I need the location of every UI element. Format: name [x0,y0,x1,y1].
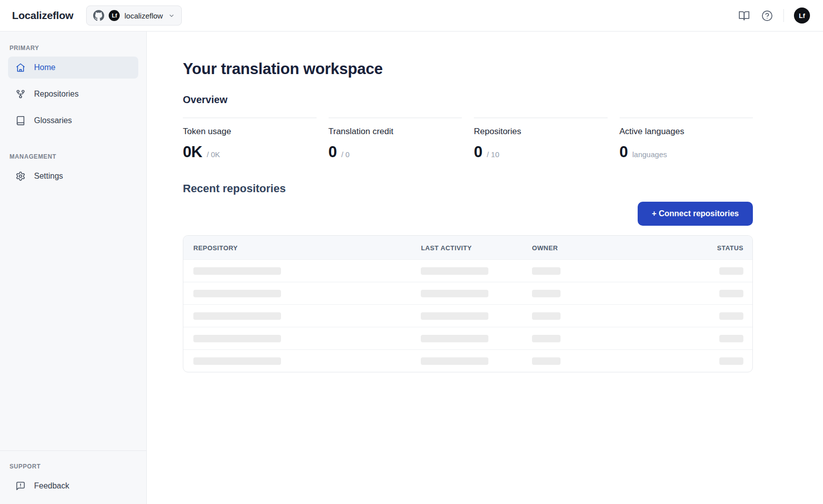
table-row [183,260,752,282]
stat-suffix: / 10 [487,150,499,159]
overview-heading: Overview [183,94,753,106]
stat-value: 0 [329,143,337,161]
table-row [183,350,752,372]
sidebar: PRIMARY Home Repositories Glossaries [0,32,147,504]
stat-label: Token usage [183,127,317,137]
skeleton-placeholder [193,290,281,297]
header-divider [783,9,784,22]
skeleton-placeholder [719,267,743,275]
skeleton-placeholder [193,312,281,320]
stat-value: 0K [183,143,202,161]
top-header: Localizeflow Lf localizeflow [0,0,823,32]
stat-suffix: / 0 [341,150,350,159]
sidebar-item-glossaries[interactable]: Glossaries [8,110,138,132]
stat-repositories: Repositories 0 / 10 [474,118,608,161]
skeleton-placeholder [532,267,561,275]
overview-stats: Token usage 0K / 0K Translation credit 0… [183,118,753,161]
brand-logo-text: Localizeflow [12,10,73,22]
skeleton-placeholder [719,312,743,320]
org-selector-label: localizeflow [124,12,163,20]
table-header-row: REPOSITORY LAST ACTIVITY OWNER STATUS [183,236,752,260]
column-header-status: STATUS [673,236,752,260]
stat-value: 0 [620,143,628,161]
stat-translation-credit: Translation credit 0 / 0 [329,118,462,161]
stat-label: Translation credit [329,127,462,137]
skeleton-placeholder [719,335,743,342]
help-circle-icon [761,10,773,22]
skeleton-placeholder [532,335,561,342]
skeleton-placeholder [421,290,488,297]
org-selector[interactable]: Lf localizeflow [86,6,182,26]
skeleton-placeholder [532,290,561,297]
sidebar-item-label: Glossaries [34,116,72,125]
stat-suffix: languages [632,150,667,159]
chevron-down-icon [168,13,175,19]
sidebar-item-home[interactable]: Home [8,57,138,79]
skeleton-placeholder [193,335,281,342]
sidebar-section-support: SUPPORT [10,463,137,470]
skeleton-placeholder [421,357,488,365]
skeleton-placeholder [421,312,488,320]
sidebar-item-label: Repositories [34,90,79,99]
skeleton-placeholder [719,357,743,365]
sidebar-footer-divider [0,450,146,451]
stat-value: 0 [474,143,482,161]
skeleton-placeholder [421,267,488,275]
skeleton-placeholder [532,312,561,320]
stat-label: Active languages [620,127,753,137]
git-fork-icon [16,89,26,99]
stat-token-usage: Token usage 0K / 0K [183,118,317,161]
header-actions: Lf [737,8,810,24]
sidebar-item-settings[interactable]: Settings [8,165,138,187]
sidebar-item-label: Settings [34,172,63,181]
main-content: Your translation workspace Overview Toke… [147,32,823,504]
stat-label: Repositories [474,127,608,137]
skeleton-placeholder [193,267,281,275]
repositories-table: REPOSITORY LAST ACTIVITY OWNER STATUS [183,235,753,372]
book-open-icon [738,10,750,22]
org-avatar: Lf [109,10,120,21]
book-icon [16,116,26,126]
sidebar-item-label: Home [34,63,56,72]
feedback-icon [16,481,26,491]
column-header-owner: OWNER [522,236,673,260]
sidebar-item-repositories[interactable]: Repositories [8,83,138,105]
sidebar-item-label: Feedback [34,481,69,490]
column-header-repository: REPOSITORY [183,236,411,260]
user-avatar[interactable]: Lf [794,8,810,24]
skeleton-placeholder [719,290,743,297]
stat-suffix: / 0K [207,150,220,159]
skeleton-placeholder [532,357,561,365]
app-window: Localizeflow Lf localizeflow [0,0,823,504]
github-icon [93,10,104,21]
stat-active-languages: Active languages 0 languages [620,118,753,161]
column-header-last-activity: LAST ACTIVITY [411,236,522,260]
sidebar-section-management: MANAGEMENT [10,153,137,160]
sidebar-footer: SUPPORT Feedback [8,450,138,504]
recent-repositories-heading: Recent repositories [183,182,753,195]
sidebar-item-feedback[interactable]: Feedback [8,475,138,497]
table-row [183,282,752,305]
skeleton-placeholder [193,357,281,365]
gear-icon [16,171,26,181]
connect-repositories-button[interactable]: + Connect repositories [638,202,753,226]
page-title: Your translation workspace [183,60,753,78]
table-row [183,327,752,350]
table-row [183,305,752,327]
skeleton-placeholder [421,335,488,342]
docs-button[interactable] [737,9,750,22]
home-icon [16,63,26,73]
sidebar-section-primary: PRIMARY [10,45,137,52]
help-button[interactable] [760,9,773,22]
